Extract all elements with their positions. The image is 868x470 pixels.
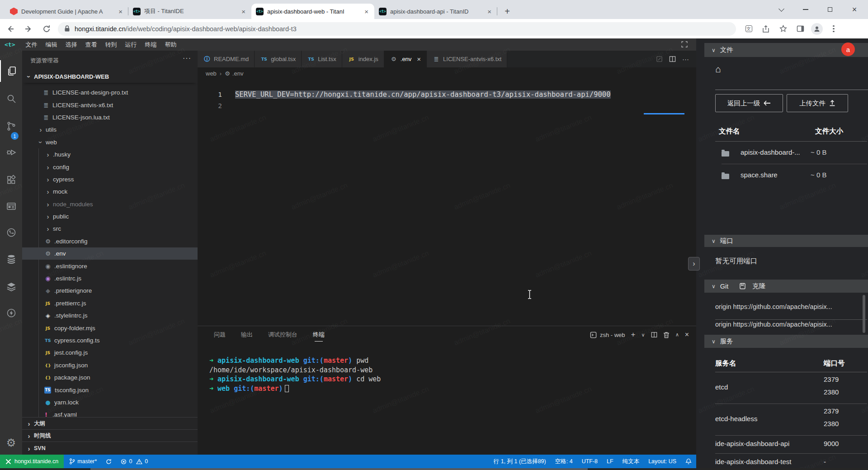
tree-item[interactable]: ›config [22,161,198,173]
user-avatar-badge[interactable]: a [841,43,855,56]
editor-tab[interactable]: TS List.tsx [302,51,342,67]
section-header-services[interactable]: ∨ 服务 [704,335,868,348]
service-row-name[interactable]: etcd [715,383,728,391]
menu-item[interactable]: 选择 [61,38,81,51]
tab-close-icon[interactable]: × [240,8,247,15]
browser-profile-avatar[interactable] [811,23,823,35]
settings-gear-icon[interactable]: ⚙ [0,432,22,454]
lightning-icon[interactable] [0,302,22,324]
tree-item[interactable]: ›web [22,136,198,148]
editor-tab[interactable]: JS index.js [342,51,384,67]
tree-item[interactable]: ≣LICENSE-json.lua.txt [22,111,198,123]
go-up-button[interactable]: 返回上一级 [715,94,783,112]
editor-tab[interactable]: ⚙ .env × [384,51,427,67]
tab-close-icon[interactable]: × [486,8,493,15]
tree-item[interactable]: ◉.eslintrc.js [22,272,198,285]
indentation[interactable]: 空格: 4 [555,458,573,465]
tree-item[interactable]: ›node_modules [22,198,198,210]
language-mode[interactable]: 纯文本 [623,458,640,465]
tree-item[interactable]: ›mock [22,185,198,198]
menu-item[interactable]: 转到 [101,38,121,51]
service-row-name[interactable]: ide-apisix-dashboard-api [715,440,789,447]
database-icon[interactable] [0,248,22,270]
tree-item[interactable]: ◈.stylelintrc.js [22,309,198,322]
section-header-ports[interactable]: ∨ 端口 [704,235,868,247]
project-root-row[interactable]: › APISIX-DASHBOARD-WEB [22,71,198,83]
menu-item[interactable]: 编辑 [41,38,61,51]
git-remote-row[interactable]: origin https://github.com/apache/apisix.… [715,303,864,310]
reload-icon[interactable] [39,21,54,37]
maximize-panel-chevron-icon[interactable]: ∨ [675,332,679,338]
tree-item[interactable]: ◆.prettierignore [22,285,198,297]
horizontal-scrollbar[interactable] [0,468,868,470]
tree-item[interactable]: ⚙.env [22,247,198,260]
editor-tab[interactable]: ≣ LICENSE-antvis-x6.txt [427,51,507,67]
search-icon[interactable] [0,88,22,109]
code-line[interactable]: 1SERVE_URL_DEV=http://hongxi.titanide.cn… [198,89,696,100]
menu-item[interactable]: 运行 [121,38,141,51]
window-menu-chevron-icon[interactable] [772,3,790,16]
tree-item[interactable]: TStsconfig.json [22,384,198,396]
browser-tab[interactable]: Development Guide | Apache A × [5,4,128,19]
sidebar-section-outline[interactable]: › 大纲 [22,417,198,429]
panel-tab[interactable]: 调试控制台 [268,326,297,343]
git-clone-label[interactable]: 克隆 [752,282,765,290]
git-branch-status[interactable]: master* [66,458,99,465]
tree-item[interactable]: JS.prettierrc.js [22,297,198,309]
extensions-icon[interactable] [0,169,22,191]
code-line[interactable]: 2 [198,100,696,112]
right-panel-expander-icon[interactable]: › [688,257,700,271]
browser-tab[interactable]: <t> 项目 - TitanIDE × [128,4,251,19]
tab-close-icon[interactable]: × [117,8,124,15]
code-area[interactable]: 1SERVE_URL_DEV=http://hongxi.titanide.cn… [198,80,696,326]
tree-item[interactable]: ≣LICENSE-antvis-x6.txt [22,99,198,111]
sidebar-section-svn[interactable]: › SVN [22,442,198,455]
tab-close-icon[interactable]: × [363,8,370,15]
service-row-name[interactable]: etcd-headless [715,415,757,423]
translate-icon[interactable]: 文 [742,23,755,35]
sidebar-section-timeline[interactable]: › 时间线 [22,429,198,442]
file-row-name[interactable]: space.share [741,171,778,179]
section-header-git[interactable]: ∨ Git 克隆 [704,280,868,293]
cursor-position[interactable]: 行 1, 列 1 (已选择89) [494,458,546,465]
split-editor-icon[interactable] [669,56,676,62]
menu-item[interactable]: 文件 [21,38,41,51]
tree-item[interactable]: {}jsconfig.json [22,359,198,371]
eol[interactable]: LF [607,458,613,465]
tree-item[interactable]: ⚙.editorconfig [22,235,198,247]
scrollbar-thumb[interactable] [90,468,588,470]
fullscreen-icon[interactable] [681,41,688,48]
browser-menu-kebab-icon[interactable] [827,23,840,35]
tree-item[interactable]: ›public [22,210,198,223]
url-bar[interactable]: hongxi.titanide.cn/ide/web/coding/apisix… [58,22,736,36]
tree-item[interactable]: ◉.eslintignore [22,260,198,272]
service-row-name[interactable]: ide-apisix-dashboard-test [715,458,791,465]
git-remote-row[interactable]: origin https://github.com/apache/apisix.… [715,321,864,328]
home-icon[interactable]: ⌂ [715,64,721,75]
close-panel-icon[interactable]: × [685,331,689,339]
menu-item[interactable]: 查看 [81,38,101,51]
preview-icon[interactable] [656,56,663,62]
kill-terminal-trash-icon[interactable] [663,332,670,338]
new-tab-button[interactable]: + [501,5,514,18]
problems-status[interactable]: 0 0 [118,458,151,465]
browser-tab[interactable]: <t> apisix-dashboard-api - TitanID × [374,4,497,19]
terminal-dropdown-chevron-icon[interactable]: ∨ [642,332,645,338]
split-terminal-icon[interactable] [651,332,657,338]
more-actions-icon[interactable]: ··· [682,55,689,63]
tree-item[interactable]: JSjest.config.js [22,347,198,359]
upload-file-button[interactable]: 上传文件 [787,94,848,112]
scrollbar-thumb[interactable] [863,295,865,333]
breadcrumb[interactable]: web › ⚙ .env [198,67,696,80]
share-icon[interactable] [760,23,772,35]
menu-item[interactable]: 终端 [141,38,160,51]
tree-item[interactable]: ›src [22,223,198,235]
editor-tab[interactable]: TS global.tsx [255,51,302,67]
tree-item[interactable]: ›cypress [22,173,198,185]
keyboard-layout[interactable]: Layout: US [648,458,676,465]
bookmark-star-icon[interactable] [777,23,789,35]
panel-tab[interactable]: 问题 [214,326,226,343]
terminal-picker[interactable]: zsh - web [590,332,625,338]
file-row-name[interactable]: apisix-dashboard-... [741,148,800,156]
close-tab-icon[interactable]: × [417,55,421,63]
